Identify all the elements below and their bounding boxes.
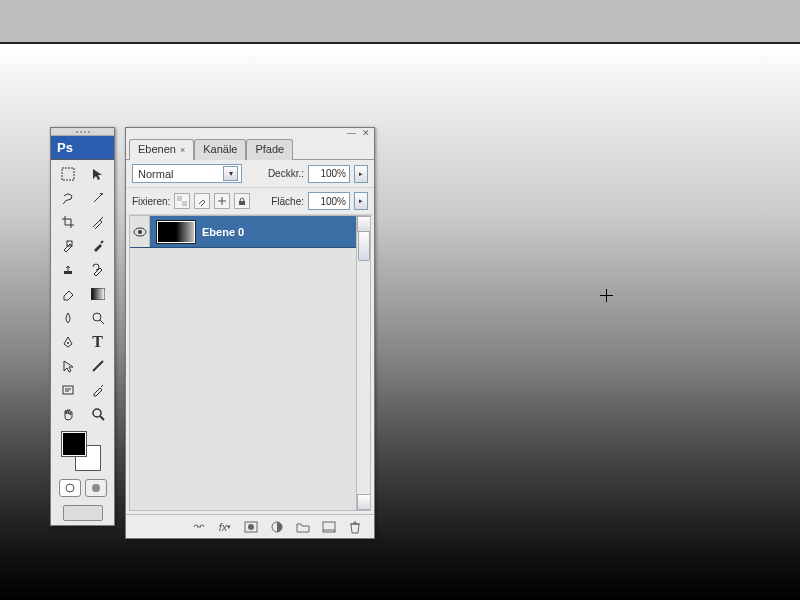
brush-tool-icon[interactable] bbox=[83, 234, 112, 257]
svg-point-1 bbox=[101, 193, 103, 195]
svg-rect-7 bbox=[63, 386, 73, 394]
svg-rect-12 bbox=[182, 201, 187, 206]
fill-label: Fläche: bbox=[271, 196, 304, 207]
svg-rect-3 bbox=[64, 271, 72, 274]
history-brush-tool-icon[interactable] bbox=[83, 258, 112, 281]
svg-point-8 bbox=[93, 409, 101, 417]
svg-point-15 bbox=[138, 230, 142, 234]
tab-layers[interactable]: Ebenen× bbox=[129, 139, 194, 160]
panel-window-controls: — ✕ bbox=[126, 128, 374, 138]
quickmask-row bbox=[51, 475, 114, 501]
svg-rect-13 bbox=[239, 201, 245, 205]
lock-position-icon[interactable] bbox=[214, 193, 230, 209]
tab-paths[interactable]: Pfade bbox=[246, 139, 293, 160]
svg-point-10 bbox=[92, 484, 100, 492]
svg-point-18 bbox=[272, 522, 282, 532]
panel-minimize-icon[interactable]: — bbox=[347, 128, 356, 138]
type-tool-icon[interactable]: T bbox=[83, 330, 112, 353]
layer-name-label[interactable]: Ebene 0 bbox=[202, 226, 370, 238]
blend-opacity-row: Normal ▾ Deckkr.: 100% ▸ bbox=[126, 160, 374, 188]
opacity-slider-icon[interactable]: ▸ bbox=[354, 165, 368, 183]
layers-panel: — ✕ Ebenen× Kanäle Pfade Normal ▾ Deckkr… bbox=[125, 127, 375, 539]
color-swatches bbox=[51, 427, 114, 475]
new-layer-icon[interactable] bbox=[320, 518, 338, 536]
panel-close-icon[interactable]: ✕ bbox=[362, 128, 370, 138]
svg-point-5 bbox=[93, 313, 101, 321]
link-layers-icon[interactable] bbox=[190, 518, 208, 536]
layer-fx-icon[interactable]: fx▾ bbox=[216, 518, 234, 536]
lasso-tool-icon[interactable] bbox=[53, 186, 82, 209]
svg-point-9 bbox=[66, 484, 74, 492]
svg-rect-2 bbox=[67, 241, 72, 246]
svg-point-6 bbox=[67, 342, 69, 344]
move-tool-icon[interactable] bbox=[83, 162, 112, 185]
lock-fill-row: Fixieren: Fläche: 100% ▸ bbox=[126, 188, 374, 215]
clone-stamp-tool-icon[interactable] bbox=[53, 258, 82, 281]
toolbox-palette: Ps T bbox=[50, 127, 115, 526]
zoom-tool-icon[interactable] bbox=[83, 402, 112, 425]
lock-icons bbox=[174, 193, 250, 209]
add-mask-icon[interactable] bbox=[242, 518, 260, 536]
fill-slider-icon[interactable]: ▸ bbox=[354, 192, 368, 210]
close-icon[interactable]: × bbox=[180, 145, 185, 155]
app-logo: Ps bbox=[51, 136, 114, 160]
hand-tool-icon[interactable] bbox=[53, 402, 82, 425]
dodge-tool-icon[interactable] bbox=[83, 306, 112, 329]
quickmask-mode-icon[interactable] bbox=[85, 479, 107, 497]
svg-rect-19 bbox=[323, 522, 335, 532]
lock-transparent-icon[interactable] bbox=[174, 193, 190, 209]
crop-tool-icon[interactable] bbox=[53, 210, 82, 233]
svg-rect-4 bbox=[91, 288, 105, 300]
screen-mode-row bbox=[51, 501, 114, 525]
gradient-tool-icon[interactable] bbox=[83, 282, 112, 305]
toolbox-grip[interactable] bbox=[51, 128, 114, 136]
panel-tabs: Ebenen× Kanäle Pfade bbox=[126, 138, 374, 160]
blur-tool-icon[interactable] bbox=[53, 306, 82, 329]
foreground-color-swatch[interactable] bbox=[61, 431, 87, 457]
fill-field[interactable]: 100% bbox=[308, 192, 350, 210]
layer-list: Ebene 0 bbox=[129, 215, 371, 511]
app-top-bar bbox=[0, 0, 800, 42]
svg-point-14 bbox=[134, 228, 146, 236]
document-canvas[interactable]: Ps T bbox=[0, 44, 800, 600]
lock-pixels-icon[interactable] bbox=[194, 193, 210, 209]
standard-mode-icon[interactable] bbox=[59, 479, 81, 497]
scrollbar-thumb[interactable] bbox=[358, 231, 370, 261]
new-group-icon[interactable] bbox=[294, 518, 312, 536]
chevron-down-icon[interactable]: ▾ bbox=[223, 166, 238, 181]
opacity-field[interactable]: 100% bbox=[308, 165, 350, 183]
healing-brush-tool-icon[interactable] bbox=[53, 234, 82, 257]
eyedropper-tool-icon[interactable] bbox=[83, 378, 112, 401]
marquee-tool-icon[interactable] bbox=[53, 162, 82, 185]
svg-rect-11 bbox=[177, 196, 182, 201]
delete-layer-icon[interactable] bbox=[346, 518, 364, 536]
notes-tool-icon[interactable] bbox=[53, 378, 82, 401]
opacity-label: Deckkr.: bbox=[268, 168, 304, 179]
layer-scrollbar[interactable] bbox=[356, 216, 370, 510]
screen-mode-button[interactable] bbox=[63, 505, 103, 521]
tool-grid: T bbox=[51, 160, 114, 427]
layer-thumbnail[interactable] bbox=[156, 220, 196, 244]
magic-wand-tool-icon[interactable] bbox=[83, 186, 112, 209]
lock-all-icon[interactable] bbox=[234, 193, 250, 209]
crosshair-cursor bbox=[600, 289, 613, 302]
visibility-toggle-icon[interactable] bbox=[130, 216, 150, 247]
svg-point-17 bbox=[248, 524, 254, 530]
adjustment-layer-icon[interactable] bbox=[268, 518, 286, 536]
path-select-tool-icon[interactable] bbox=[53, 354, 82, 377]
slice-tool-icon[interactable] bbox=[83, 210, 112, 233]
tab-channels[interactable]: Kanäle bbox=[194, 139, 246, 160]
layer-row[interactable]: Ebene 0 bbox=[130, 216, 370, 248]
layers-panel-footer: fx▾ bbox=[126, 514, 374, 538]
eraser-tool-icon[interactable] bbox=[53, 282, 82, 305]
blend-mode-select[interactable]: Normal ▾ bbox=[132, 164, 242, 183]
svg-rect-0 bbox=[62, 168, 74, 180]
pen-tool-icon[interactable] bbox=[53, 330, 82, 353]
line-tool-icon[interactable] bbox=[83, 354, 112, 377]
lock-label: Fixieren: bbox=[132, 196, 170, 207]
svg-rect-16 bbox=[245, 522, 257, 532]
